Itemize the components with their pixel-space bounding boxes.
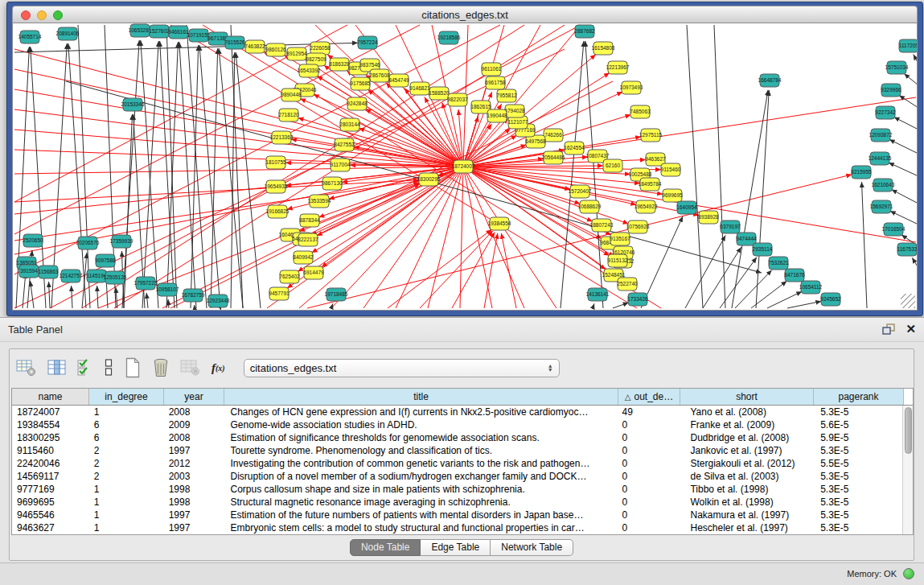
network-node[interactable]: 12213363 — [270, 131, 294, 144]
network-node[interactable]: 1733426 — [627, 293, 648, 306]
table-cell[interactable]: Disruption of a novel member of a sodium… — [224, 470, 618, 483]
network-node[interactable]: 12505135 — [104, 271, 127, 284]
network-node[interactable]: 62160 — [603, 159, 622, 172]
table-row[interactable]: 946554611997Estimation of the future num… — [12, 509, 902, 521]
table-cell[interactable]: 0 — [618, 418, 680, 431]
network-node[interactable]: 9097588 — [95, 254, 116, 267]
table-cell[interactable]: 1 — [89, 521, 164, 534]
table-cell[interactable]: 9699695 — [12, 496, 89, 509]
citation-edge-black[interactable] — [31, 281, 34, 308]
network-node[interactable]: 2867608 — [369, 69, 390, 82]
network-node[interactable]: 20564486 — [542, 151, 565, 164]
network-node[interactable]: 10756928 — [626, 220, 650, 233]
network-canvas[interactable]: 1405571420891406106532871527602946616110… — [12, 23, 918, 311]
network-node[interactable]: 9115132 — [608, 254, 628, 267]
network-node[interactable]: 16210643 — [872, 179, 895, 192]
table-row[interactable]: 2242004622012Investigating the contribut… — [12, 457, 902, 470]
table-cell[interactable]: 1 — [89, 483, 164, 496]
table-cell[interactable]: Tibbo et al. (1998) — [679, 483, 812, 496]
table-cell[interactable]: Structural magnetic resonance image aver… — [224, 496, 618, 509]
citation-edge-black[interactable] — [735, 270, 772, 308]
network-node[interactable]: 9115460 — [661, 163, 681, 176]
column-header-pagerank[interactable]: pagerank — [814, 389, 904, 405]
table-cell[interactable]: 1 — [89, 509, 164, 521]
table-cell[interactable]: 2009 — [164, 418, 224, 431]
close-panel-icon[interactable]: ✕ — [906, 323, 916, 336]
table-cell[interactable]: 0 — [618, 521, 680, 534]
table-cell[interactable]: Tourette syndrome. Phenomenology and cla… — [224, 444, 618, 457]
citation-edge-red[interactable] — [460, 167, 463, 308]
citation-edge-black[interactable] — [892, 190, 918, 204]
network-node[interactable]: 2522740 — [617, 278, 638, 290]
citation-edge-red[interactable] — [363, 167, 463, 308]
delete-column-icon[interactable] — [152, 357, 170, 378]
minimize-window-icon[interactable] — [37, 10, 47, 20]
network-node[interactable]: 9242848 — [347, 97, 368, 110]
table-row[interactable]: 977716911998Corpus callosum shape and si… — [12, 483, 902, 496]
table-cell[interactable]: 1 — [89, 496, 164, 509]
table-row[interactable]: 911546021997Tourette syndrome. Phenomeno… — [12, 444, 902, 457]
table-cell[interactable]: 2 — [89, 444, 164, 457]
network-node[interactable]: 20891406 — [56, 27, 80, 40]
window-resize-grip[interactable] — [901, 294, 915, 308]
citation-edge-black[interactable] — [49, 282, 50, 308]
network-node[interactable]: 9227342 — [875, 106, 896, 119]
citation-edge-black[interactable] — [703, 247, 741, 308]
network-node[interactable]: 2718120 — [278, 109, 299, 122]
network-window-titlebar[interactable]: citations_edges.txt — [12, 6, 918, 23]
citation-edge-red[interactable] — [170, 25, 637, 308]
network-node[interactable]: 8215955 — [851, 166, 872, 179]
network-node[interactable]: 2935114 — [753, 243, 773, 256]
citation-edge-black[interactable] — [194, 305, 195, 308]
network-node[interactable]: 8409942 — [293, 251, 314, 264]
table-row[interactable]: 1456911722003Disruption of a novel membe… — [12, 470, 902, 483]
network-node[interactable]: 19384554 — [488, 217, 511, 230]
network-node[interactable]: 8427552 — [334, 138, 355, 151]
network-node[interactable]: 7625402 — [279, 270, 300, 283]
table-cell[interactable]: 5.3E-5 — [812, 483, 902, 496]
citation-edge-black[interactable] — [187, 25, 207, 308]
citation-edge-black[interactable] — [593, 303, 594, 308]
table-cell[interactable]: 2008 — [164, 431, 224, 444]
network-node[interactable]: 14136141 — [586, 288, 610, 301]
modify-table-icon[interactable] — [16, 359, 37, 377]
network-node[interactable]: 18300295 — [417, 173, 441, 186]
network-node[interactable]: 12213967 — [606, 61, 630, 74]
network-node[interactable]: 9457791 — [269, 287, 290, 300]
table-cell[interactable]: 1997 — [164, 444, 224, 457]
citation-edge-black[interactable] — [861, 182, 867, 308]
network-node[interactable]: 10958107 — [156, 283, 179, 296]
table-cell[interactable]: Estimation of the future numbers of pati… — [224, 509, 618, 521]
network-node[interactable]: 17016504 — [882, 223, 906, 236]
network-node[interactable]: 8878344 — [299, 214, 320, 227]
table-cell[interactable]: 5.3E-5 — [812, 444, 902, 457]
table-cell[interactable]: Corpus callosum shape and size in male p… — [224, 483, 618, 496]
column-header-short[interactable]: short — [680, 389, 814, 405]
network-node[interactable]: 1810755 — [265, 156, 286, 169]
citation-edge-black[interactable] — [179, 42, 196, 308]
table-cell[interactable]: 2012 — [164, 457, 224, 470]
column-header-year[interactable]: year — [164, 389, 224, 405]
table-cell[interactable]: 5.3E-5 — [812, 509, 902, 521]
citation-edge-black[interactable] — [146, 293, 148, 308]
network-node[interactable]: 10688629 — [578, 200, 602, 213]
network-node[interactable]: 12093872 — [869, 129, 893, 142]
table-row[interactable]: 1872400712008Changes of HCN gene express… — [12, 406, 902, 418]
table-cell[interactable]: 0 — [618, 470, 680, 483]
network-node[interactable]: 19218586 — [437, 31, 461, 44]
network-node[interactable]: 7955812 — [496, 89, 517, 102]
select-rows-icon[interactable] — [77, 358, 93, 377]
network-node[interactable]: 9135167 — [610, 233, 630, 245]
table-cell[interactable]: 1998 — [164, 496, 224, 509]
network-node[interactable]: 9890448 — [281, 89, 302, 101]
column-header-out-de-[interactable]: △out_de… — [618, 389, 680, 405]
network-node[interactable]: 14055714 — [18, 31, 42, 43]
table-cell[interactable]: Investigating the contribution of common… — [224, 457, 618, 470]
table-cell[interactable]: Nakamura et al. (1997) — [679, 509, 812, 521]
table-selector[interactable]: citations_edges.txt ▲▼ — [244, 359, 560, 377]
network-node[interactable]: 6914479 — [303, 266, 324, 279]
table-cell[interactable]: Franke et al. (2009) — [679, 418, 812, 431]
create-column-icon[interactable] — [124, 357, 142, 378]
table-cell[interactable]: 0 — [618, 483, 680, 496]
citation-edge-black[interactable] — [904, 74, 918, 85]
